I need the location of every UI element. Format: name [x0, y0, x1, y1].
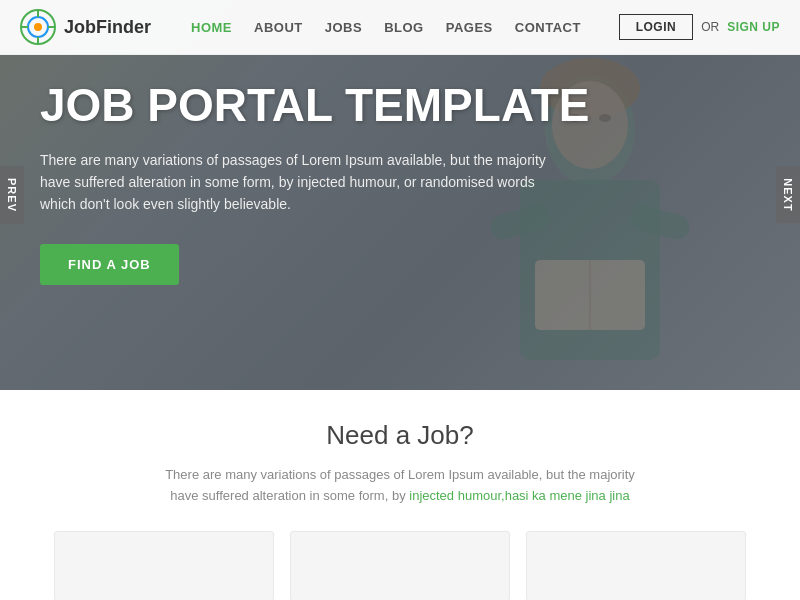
find-job-button[interactable]: FIND A JOB [40, 244, 179, 285]
hero-section: PREV NEXT JOB PORTAL TEMPLATE There are … [0, 0, 800, 390]
section-desc-link[interactable]: injected humour,hasi ka mene jina jina [409, 488, 629, 503]
card-3 [526, 531, 746, 600]
nav-contact[interactable]: CONTACT [515, 20, 581, 35]
prev-label: PREV [6, 178, 18, 212]
card-1 [54, 531, 274, 600]
need-a-job-section: Need a Job? There are many variations of… [0, 390, 800, 600]
next-arrow[interactable]: NEXT [776, 166, 800, 223]
site-header: JobFinder HOME ABOUT JOBS BLOG PAGES CON… [0, 0, 800, 55]
hero-content: JOB PORTAL TEMPLATE There are many varia… [40, 80, 589, 285]
nav-jobs[interactable]: JOBS [325, 20, 362, 35]
nav-pages[interactable]: PAGES [446, 20, 493, 35]
logo-area: JobFinder [20, 9, 151, 45]
svg-point-12 [34, 23, 42, 31]
main-nav: HOME ABOUT JOBS BLOG PAGES CONTACT [191, 20, 619, 35]
section-title: Need a Job? [326, 420, 473, 451]
auth-area: LOGIN OR SIGN UP [619, 14, 780, 40]
nav-home[interactable]: HOME [191, 20, 232, 35]
nav-blog[interactable]: BLOG [384, 20, 424, 35]
card-2 [290, 531, 510, 600]
logo-icon [20, 9, 56, 45]
or-text: OR [701, 20, 719, 34]
login-button[interactable]: LOGIN [619, 14, 694, 40]
logo-text: JobFinder [64, 17, 151, 38]
hero-description: There are many variations of passages of… [40, 149, 560, 216]
section-description: There are many variations of passages of… [150, 465, 650, 507]
hero-title: JOB PORTAL TEMPLATE [40, 80, 589, 131]
nav-about[interactable]: ABOUT [254, 20, 303, 35]
prev-arrow[interactable]: PREV [0, 166, 24, 224]
signup-link[interactable]: SIGN UP [727, 20, 780, 34]
cards-row [34, 531, 766, 600]
next-label: NEXT [782, 178, 794, 211]
